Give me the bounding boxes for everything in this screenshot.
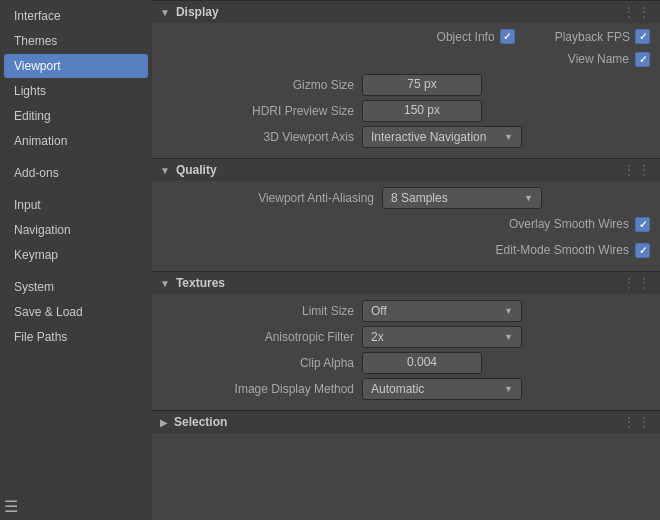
quality-section-header[interactable]: ▼ Quality ⋮⋮ xyxy=(152,158,660,181)
dropdown-arrow-5: ▼ xyxy=(504,384,513,394)
edit-mode-label: Edit-Mode Smooth Wires xyxy=(496,243,629,257)
anti-aliasing-value: 8 Samples xyxy=(391,191,448,205)
viewport-axis-dropdown[interactable]: Interactive Navigation ▼ xyxy=(362,126,522,148)
quality-dots: ⋮⋮ xyxy=(622,162,652,178)
main-content: ▲ ▼ Display ⋮⋮ Object Info Playback FPS xyxy=(152,0,660,520)
sidebar-item-system[interactable]: System xyxy=(4,275,148,299)
hdri-preview-controls: 150 px xyxy=(362,100,650,122)
display-top-row: Object Info Playback FPS xyxy=(162,29,650,44)
dropdown-arrow-3: ▼ xyxy=(504,306,513,316)
selection-arrow: ▶ xyxy=(160,417,168,428)
textures-arrow: ▼ xyxy=(160,278,170,289)
sidebar-item-input[interactable]: Input xyxy=(4,193,148,217)
hdri-preview-input[interactable]: 150 px xyxy=(362,100,482,122)
sidebar: Interface Themes Viewport Lights Editing… xyxy=(0,0,152,520)
limit-size-dropdown[interactable]: Off ▼ xyxy=(362,300,522,322)
clip-alpha-label: Clip Alpha xyxy=(162,356,362,370)
playback-fps-checkbox[interactable] xyxy=(635,29,650,44)
display-section-header[interactable]: ▼ Display ⋮⋮ xyxy=(152,0,660,23)
viewport-axis-label: 3D Viewport Axis xyxy=(162,130,362,144)
sidebar-item-themes[interactable]: Themes xyxy=(4,29,148,53)
sidebar-item-editing[interactable]: Editing xyxy=(4,104,148,128)
limit-size-controls: Off ▼ xyxy=(362,300,650,322)
image-display-dropdown[interactable]: Automatic ▼ xyxy=(362,378,522,400)
sidebar-item-viewport[interactable]: Viewport xyxy=(4,54,148,78)
hamburger-menu[interactable]: ☰ xyxy=(4,497,148,516)
image-display-row: Image Display Method Automatic ▼ xyxy=(162,378,650,400)
image-display-label: Image Display Method xyxy=(162,382,362,396)
playback-fps-item: Playback FPS xyxy=(555,29,650,44)
overlay-smooth-label: Overlay Smooth Wires xyxy=(509,217,629,231)
clip-alpha-controls: 0.004 xyxy=(362,352,650,374)
viewport-axis-controls: Interactive Navigation ▼ xyxy=(362,126,650,148)
dropdown-arrow-4: ▼ xyxy=(504,332,513,342)
sidebar-item-animation[interactable]: Animation xyxy=(4,129,148,153)
clip-alpha-row: Clip Alpha 0.004 xyxy=(162,352,650,374)
anti-aliasing-controls: 8 Samples ▼ xyxy=(382,187,650,209)
dropdown-arrow-2: ▼ xyxy=(524,193,533,203)
gizmo-size-row: Gizmo Size 75 px xyxy=(162,74,650,96)
limit-size-label: Limit Size xyxy=(162,304,362,318)
textures-section-header[interactable]: ▼ Textures ⋮⋮ xyxy=(152,271,660,294)
viewport-axis-row: 3D Viewport Axis Interactive Navigation … xyxy=(162,126,650,148)
quality-arrow: ▼ xyxy=(160,165,170,176)
image-display-controls: Automatic ▼ xyxy=(362,378,650,400)
anti-aliasing-label: Viewport Anti-Aliasing xyxy=(162,191,382,205)
overlay-smooth-row: Overlay Smooth Wires xyxy=(162,213,650,235)
view-name-label: View Name xyxy=(568,52,629,66)
gizmo-size-label: Gizmo Size xyxy=(162,78,362,92)
anisotropic-controls: 2x ▼ xyxy=(362,326,650,348)
anisotropic-row: Anisotropic Filter 2x ▼ xyxy=(162,326,650,348)
quality-title: Quality xyxy=(176,163,217,177)
sidebar-item-keymap[interactable]: Keymap xyxy=(4,243,148,267)
view-name-checkbox[interactable] xyxy=(635,52,650,67)
sidebar-item-navigation[interactable]: Navigation xyxy=(4,218,148,242)
display-section-content: Object Info Playback FPS View Name Gizmo… xyxy=(152,23,660,158)
anti-aliasing-row: Viewport Anti-Aliasing 8 Samples ▼ xyxy=(162,187,650,209)
anti-aliasing-dropdown[interactable]: 8 Samples ▼ xyxy=(382,187,542,209)
anisotropic-label: Anisotropic Filter xyxy=(162,330,362,344)
sidebar-item-lights[interactable]: Lights xyxy=(4,79,148,103)
display-arrow: ▼ xyxy=(160,7,170,18)
display-dots: ⋮⋮ xyxy=(622,4,652,20)
display-title: Display xyxy=(176,5,219,19)
image-display-value: Automatic xyxy=(371,382,424,396)
textures-section-content: Limit Size Off ▼ Anisotropic Filter 2x ▼ xyxy=(152,294,660,410)
overlay-smooth-checkbox[interactable] xyxy=(635,217,650,232)
sidebar-item-save-load[interactable]: Save & Load xyxy=(4,300,148,324)
selection-title: Selection xyxy=(174,415,227,429)
object-info-item: Object Info xyxy=(437,29,515,44)
viewport-axis-value: Interactive Navigation xyxy=(371,130,486,144)
object-info-label: Object Info xyxy=(437,30,495,44)
playback-fps-label: Playback FPS xyxy=(555,30,630,44)
anisotropic-value: 2x xyxy=(371,330,384,344)
sidebar-item-add-ons[interactable]: Add-ons xyxy=(4,161,148,185)
textures-dots: ⋮⋮ xyxy=(622,275,652,291)
limit-size-value: Off xyxy=(371,304,387,318)
hdri-preview-row: HDRI Preview Size 150 px xyxy=(162,100,650,122)
anisotropic-dropdown[interactable]: 2x ▼ xyxy=(362,326,522,348)
dropdown-arrow: ▼ xyxy=(504,132,513,142)
quality-section-content: Viewport Anti-Aliasing 8 Samples ▼ Overl… xyxy=(152,181,660,271)
object-info-checkbox[interactable] xyxy=(500,29,515,44)
clip-alpha-input[interactable]: 0.004 xyxy=(362,352,482,374)
sidebar-item-file-paths[interactable]: File Paths xyxy=(4,325,148,349)
textures-title: Textures xyxy=(176,276,225,290)
edit-mode-checkbox[interactable] xyxy=(635,243,650,258)
sidebar-item-interface[interactable]: Interface xyxy=(4,4,148,28)
hdri-preview-label: HDRI Preview Size xyxy=(162,104,362,118)
edit-mode-row: Edit-Mode Smooth Wires xyxy=(162,239,650,261)
gizmo-size-controls: 75 px xyxy=(362,74,650,96)
selection-section-header[interactable]: ▶ Selection ⋮⋮ xyxy=(152,410,660,433)
gizmo-size-input[interactable]: 75 px xyxy=(362,74,482,96)
limit-size-row: Limit Size Off ▼ xyxy=(162,300,650,322)
view-name-row: View Name xyxy=(162,48,650,70)
selection-dots: ⋮⋮ xyxy=(622,414,652,430)
